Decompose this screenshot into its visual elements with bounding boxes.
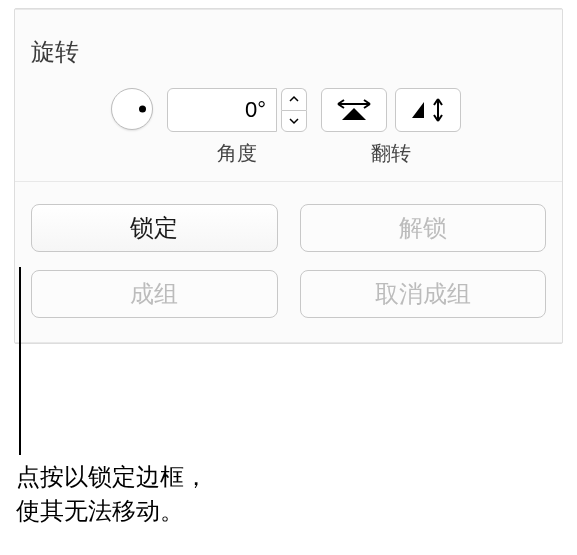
callout-text: 点按以锁定边框， 使其无法移动。 <box>16 460 208 527</box>
flip-horizontal-button[interactable] <box>321 88 387 132</box>
angle-stepper-down[interactable] <box>281 110 307 133</box>
rotation-section-title: 旋转 <box>15 10 562 88</box>
inspector-panel: 旋转 0° 角度 <box>14 8 563 344</box>
rotation-dial[interactable] <box>111 88 153 130</box>
angle-stepper-up[interactable] <box>281 88 307 110</box>
group-button: 成组 <box>31 270 278 318</box>
angle-input[interactable]: 0° <box>167 88 277 132</box>
angle-label: 角度 <box>217 140 257 167</box>
angle-stepper <box>281 88 307 132</box>
flip-vertical-button[interactable] <box>395 88 461 132</box>
action-buttons-grid: 锁定 解锁 成组 取消成组 <box>15 182 562 342</box>
callout-line-2: 使其无法移动。 <box>16 497 184 524</box>
callout-leader-line <box>19 267 21 455</box>
ungroup-button: 取消成组 <box>300 270 547 318</box>
rotation-controls-row: 0° 角度 <box>15 88 562 181</box>
divider <box>15 342 562 343</box>
lock-button[interactable]: 锁定 <box>31 204 278 252</box>
callout-line-1: 点按以锁定边框， <box>16 463 208 490</box>
unlock-button: 解锁 <box>300 204 547 252</box>
flip-label: 翻转 <box>371 140 411 167</box>
